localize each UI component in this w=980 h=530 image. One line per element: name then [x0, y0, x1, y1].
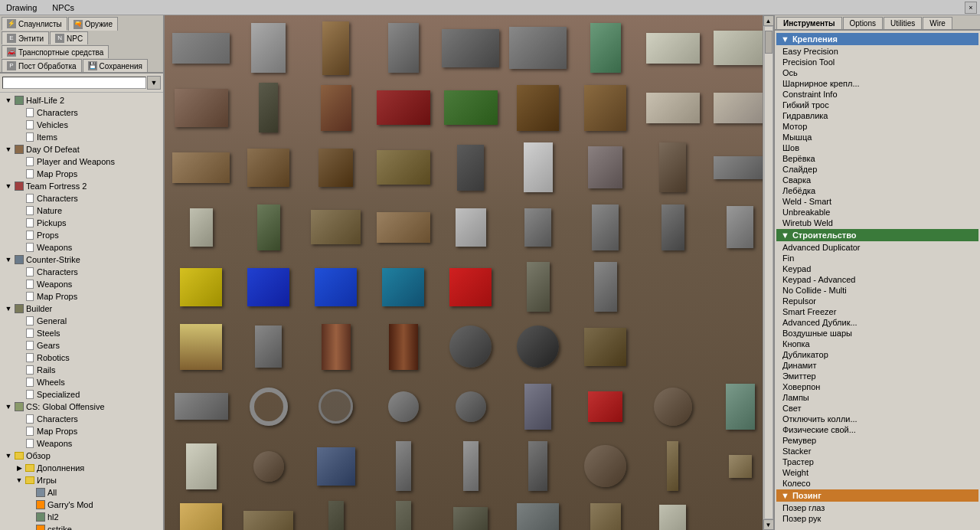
tree-item-builder-wheels[interactable]: Wheels: [0, 376, 163, 388]
object-cell-34[interactable]: [640, 198, 705, 256]
tree-item-builder-robotics[interactable]: Robotics: [0, 352, 163, 364]
tool-item[interactable]: Дубликатор: [775, 349, 980, 360]
object-cell-57[interactable]: [371, 378, 436, 435]
object-cell-5[interactable]: [505, 19, 570, 77]
3d-view[interactable]: ▲ ▼: [165, 15, 773, 530]
tree-item-games[interactable]: ▼ Игры: [0, 474, 163, 486]
section-stroitelstvo[interactable]: ▼ Строительство: [776, 229, 978, 241]
menu-drawing[interactable]: Drawing: [6, 3, 37, 12]
object-cell-67[interactable]: [438, 437, 503, 495]
object-cell-52[interactable]: [640, 318, 705, 375]
tree-item-addons[interactable]: ▶ Дополнения: [0, 462, 163, 474]
tree-item-dod[interactable]: ▼ Day Of Defeat: [0, 143, 163, 155]
tool-item[interactable]: Мотор: [775, 121, 980, 132]
object-cell-79[interactable]: [640, 497, 705, 530]
tree-item-game-all[interactable]: All: [0, 486, 163, 499]
object-cell-17[interactable]: [707, 79, 763, 136]
tree-item-csgo[interactable]: ▼ CS: Global Offensive: [0, 401, 163, 413]
tool-item[interactable]: Позер рук: [775, 513, 980, 524]
object-cell-45[interactable]: [168, 318, 234, 375]
object-cell-62[interactable]: [707, 378, 763, 435]
tool-item[interactable]: Сварка: [775, 175, 980, 185]
object-cell-74[interactable]: [303, 497, 368, 530]
tool-item[interactable]: Keypad - Advanced: [775, 274, 980, 285]
tree-item-hl2-vehicles[interactable]: Vehicles: [0, 119, 163, 131]
tool-item[interactable]: Воздушные шары: [775, 328, 980, 339]
tool-item[interactable]: Ховерпон: [775, 381, 980, 392]
tool-item[interactable]: Wiretub Weld: [775, 218, 980, 228]
object-cell-9[interactable]: [168, 79, 234, 136]
object-cell-53[interactable]: [707, 318, 763, 375]
object-cell-25[interactable]: [640, 139, 705, 196]
object-cell-68[interactable]: [505, 437, 570, 495]
tree-item-cs-mapprops[interactable]: Map Props: [0, 290, 163, 303]
object-cell-80[interactable]: [707, 497, 763, 530]
tool-item[interactable]: Отключить колли...: [775, 414, 980, 424]
object-cell-10[interactable]: [236, 79, 301, 136]
tool-item[interactable]: Шов: [775, 142, 980, 153]
tool-item[interactable]: Динамит: [775, 360, 980, 371]
object-cell-30[interactable]: [371, 198, 436, 256]
tab-postprocess[interactable]: P Пост Обработка: [2, 59, 82, 72]
tool-item[interactable]: Шарнирное крепл...: [775, 78, 980, 89]
section-krepleniya[interactable]: ▼ Крепления: [776, 33, 978, 45]
tree-item-cs-weapons[interactable]: Weapons: [0, 278, 163, 290]
tree-panel[interactable]: ▼ Half-Life 2 Characters Vehicles Items: [0, 93, 163, 530]
tab-spawnlists[interactable]: ⚡ Спаунлисты: [2, 17, 67, 31]
tool-item[interactable]: Ось: [775, 67, 980, 78]
object-cell-0[interactable]: [168, 19, 234, 77]
object-cell-3[interactable]: [371, 19, 436, 77]
object-cell-21[interactable]: [371, 139, 436, 196]
object-cell-14[interactable]: [505, 79, 570, 136]
object-cell-60[interactable]: [573, 378, 638, 435]
menu-npcs[interactable]: NPCs: [52, 3, 74, 12]
tool-item[interactable]: Advanced Duplicator: [775, 242, 980, 253]
tree-item-builder-gen[interactable]: General: [0, 315, 163, 327]
object-cell-71[interactable]: [707, 437, 763, 495]
object-cell-37[interactable]: [236, 258, 301, 316]
tree-item-builder-gears[interactable]: Gears: [0, 339, 163, 352]
object-cell-63[interactable]: [168, 437, 234, 495]
tree-item-game-cstrike[interactable]: cstrike: [0, 523, 163, 530]
tool-item[interactable]: Stacker: [775, 446, 980, 456]
tool-item[interactable]: Weld - Smart: [775, 196, 980, 207]
object-cell-27[interactable]: [168, 198, 234, 256]
object-cell-77[interactable]: [505, 497, 570, 530]
center-scrollbar[interactable]: ▲ ▼: [763, 15, 773, 530]
tree-item-hl2-chars[interactable]: Characters: [0, 106, 163, 119]
object-cell-15[interactable]: [573, 79, 638, 136]
object-cell-47[interactable]: [303, 318, 368, 375]
tools-list[interactable]: ▼ Крепления Easy PrecisionPrecision Tool…: [775, 31, 980, 530]
tool-item[interactable]: Easy Precision: [775, 46, 980, 57]
object-cell-64[interactable]: [236, 437, 301, 495]
object-cell-8[interactable]: [707, 19, 763, 77]
object-cell-28[interactable]: [236, 198, 301, 256]
tool-item[interactable]: Физические свой...: [775, 424, 980, 435]
tab-utilities[interactable]: Utilities: [884, 17, 922, 29]
object-cell-73[interactable]: [236, 497, 301, 530]
object-cell-78[interactable]: [573, 497, 638, 530]
object-cell-29[interactable]: [303, 198, 368, 256]
tab-entities[interactable]: E Энтити: [2, 31, 49, 44]
object-cell-18[interactable]: [168, 139, 234, 196]
tool-item[interactable]: No Collide - Multi: [775, 285, 980, 296]
tool-item[interactable]: Трастер: [775, 456, 980, 467]
object-cell-49[interactable]: [438, 318, 503, 375]
tool-item[interactable]: Мышца: [775, 132, 980, 142]
object-cell-7[interactable]: [640, 19, 705, 77]
tree-item-csgo-weapons[interactable]: Weapons: [0, 437, 163, 450]
object-cell-26[interactable]: [707, 139, 763, 196]
tab-npc[interactable]: N NPC: [50, 31, 88, 44]
object-cell-1[interactable]: [236, 19, 301, 77]
tree-item-hl2[interactable]: ▼ Half-Life 2: [0, 94, 163, 106]
tool-item[interactable]: Колесо: [775, 478, 980, 489]
tool-item[interactable]: Гибкий трос: [775, 100, 980, 110]
tree-item-tf2[interactable]: ▼ Team Fortress 2: [0, 180, 163, 192]
object-cell-6[interactable]: [573, 19, 638, 77]
object-cell-54[interactable]: [168, 378, 234, 435]
object-cell-12[interactable]: [371, 79, 436, 136]
tool-item[interactable]: Свет: [775, 403, 980, 414]
object-cell-61[interactable]: [640, 378, 705, 435]
object-cell-20[interactable]: [303, 139, 368, 196]
object-cell-4[interactable]: [438, 19, 503, 77]
